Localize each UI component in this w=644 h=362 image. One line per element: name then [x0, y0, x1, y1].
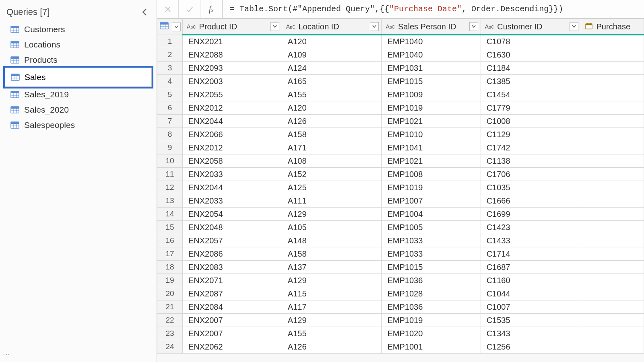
row-number[interactable]: 9: [157, 141, 183, 154]
row-number[interactable]: 19: [157, 274, 183, 287]
resize-handle-icon[interactable]: ···: [3, 351, 10, 357]
formula-input[interactable]: = Table.Sort(#"Appended Query",{{"Purcha…: [222, 0, 644, 18]
cell-product-id[interactable]: ENX2087: [183, 287, 282, 300]
cell-purchase-date[interactable]: [581, 154, 644, 168]
row-number[interactable]: 10: [157, 154, 183, 168]
table-row[interactable]: 19ENX2071A129EMP1036C1160: [157, 274, 644, 287]
cell-customer-id[interactable]: C1343: [481, 327, 581, 340]
cell-sales-person-id[interactable]: EMP1019: [382, 181, 481, 194]
cell-purchase-date[interactable]: [581, 35, 644, 48]
cell-customer-id[interactable]: C1078: [481, 35, 581, 48]
table-row[interactable]: 2ENX2088A109EMP1040C1630: [157, 48, 644, 62]
cell-purchase-date[interactable]: [581, 300, 644, 314]
cell-product-id[interactable]: ENX2033: [183, 168, 282, 181]
cell-product-id[interactable]: ENX2066: [183, 128, 282, 141]
table-row[interactable]: 9ENX2012A171EMP1041C1742: [157, 141, 644, 154]
cell-customer-id[interactable]: C1666: [481, 194, 581, 208]
cell-sales-person-id[interactable]: EMP1015: [382, 75, 481, 88]
cell-product-id[interactable]: ENX2033: [183, 194, 282, 208]
column-filter-button[interactable]: [469, 22, 478, 31]
table-row[interactable]: 14ENX2054A129EMP1004C1699: [157, 208, 644, 221]
cell-customer-id[interactable]: C1433: [481, 234, 581, 247]
column-header-sales-person-id[interactable]: ABC Sales Person ID: [382, 19, 481, 35]
row-number[interactable]: 24: [157, 340, 183, 354]
table-row[interactable]: 10ENX2058A108EMP1021C1138: [157, 154, 644, 168]
cell-customer-id[interactable]: C1035: [481, 181, 581, 194]
cell-customer-id[interactable]: C1129: [481, 128, 581, 141]
table-row[interactable]: 18ENX2083A137EMP1015C1687: [157, 261, 644, 274]
cell-location-id[interactable]: A129: [282, 314, 382, 327]
cell-purchase-date[interactable]: [581, 115, 644, 128]
column-filter-button[interactable]: [570, 22, 578, 31]
cell-customer-id[interactable]: C1184: [481, 62, 581, 75]
cell-customer-id[interactable]: C1454: [481, 88, 581, 101]
table-row[interactable]: 5ENX2055A155EMP1009C1454: [157, 88, 644, 101]
cell-product-id[interactable]: ENX2003: [183, 75, 282, 88]
query-item-editing[interactable]: [3, 66, 153, 88]
cell-product-id[interactable]: ENX2007: [183, 314, 282, 327]
table-row[interactable]: 22ENX2007A129EMP1019C1535: [157, 314, 644, 327]
row-number[interactable]: 1: [157, 35, 183, 48]
cell-location-id[interactable]: A129: [282, 274, 382, 287]
cell-sales-person-id[interactable]: EMP1033: [382, 234, 481, 247]
cell-purchase-date[interactable]: [581, 340, 644, 354]
table-row[interactable]: 3ENX2093A124EMP1031C1184: [157, 62, 644, 75]
cell-location-id[interactable]: A108: [282, 154, 382, 168]
cell-purchase-date[interactable]: [581, 287, 644, 300]
cell-location-id[interactable]: A105: [282, 221, 382, 234]
cell-sales-person-id[interactable]: EMP1001: [382, 340, 481, 354]
cell-customer-id[interactable]: C1138: [481, 154, 581, 168]
cell-customer-id[interactable]: C1699: [481, 208, 581, 221]
cell-purchase-date[interactable]: [581, 141, 644, 154]
table-row[interactable]: 7ENX2044A126EMP1021C1008: [157, 115, 644, 128]
cell-purchase-date[interactable]: [581, 168, 644, 181]
cell-product-id[interactable]: ENX2058: [183, 154, 282, 168]
cell-purchase-date[interactable]: [581, 75, 644, 88]
table-row[interactable]: 24ENX2062A126EMP1001C1256: [157, 340, 644, 354]
table-row[interactable]: 16ENX2057A148EMP1033C1433: [157, 234, 644, 247]
query-item[interactable]: Sales_2019: [3, 87, 153, 102]
cell-sales-person-id[interactable]: EMP1028: [382, 287, 481, 300]
cell-location-id[interactable]: A115: [282, 287, 382, 300]
cell-sales-person-id[interactable]: EMP1019: [382, 314, 481, 327]
cell-purchase-date[interactable]: [581, 194, 644, 208]
cell-product-id[interactable]: ENX2054: [183, 208, 282, 221]
cell-location-id[interactable]: A155: [282, 88, 382, 101]
query-item[interactable]: Customers: [3, 22, 153, 37]
cell-sales-person-id[interactable]: EMP1004: [382, 208, 481, 221]
cell-purchase-date[interactable]: [581, 274, 644, 287]
cell-sales-person-id[interactable]: EMP1041: [382, 141, 481, 154]
row-number[interactable]: 6: [157, 101, 183, 115]
row-number[interactable]: 11: [157, 168, 183, 181]
table-row[interactable]: 17ENX2086A158EMP1033C1714: [157, 247, 644, 261]
query-item[interactable]: Locations: [3, 37, 153, 52]
cell-purchase-date[interactable]: [581, 247, 644, 261]
cell-product-id[interactable]: ENX2055: [183, 88, 282, 101]
cell-sales-person-id[interactable]: EMP1036: [382, 300, 481, 314]
cell-location-id[interactable]: A120: [282, 101, 382, 115]
table-row[interactable]: 8ENX2066A158EMP1010C1129: [157, 128, 644, 141]
cell-product-id[interactable]: ENX2044: [183, 115, 282, 128]
row-number[interactable]: 16: [157, 234, 183, 247]
row-number[interactable]: 17: [157, 247, 183, 261]
cell-product-id[interactable]: ENX2062: [183, 340, 282, 354]
cell-sales-person-id[interactable]: EMP1005: [382, 221, 481, 234]
cell-product-id[interactable]: ENX2012: [183, 101, 282, 115]
cell-location-id[interactable]: A120: [282, 35, 382, 48]
cell-sales-person-id[interactable]: EMP1033: [382, 247, 481, 261]
cell-customer-id[interactable]: C1256: [481, 340, 581, 354]
column-header-location-id[interactable]: ABC Location ID: [282, 19, 382, 35]
table-row[interactable]: 23ENX2007A155EMP1020C1343: [157, 327, 644, 340]
cell-product-id[interactable]: ENX2083: [183, 261, 282, 274]
cell-purchase-date[interactable]: [581, 101, 644, 115]
cell-customer-id[interactable]: C1714: [481, 247, 581, 261]
collapse-sidebar-button[interactable]: [139, 6, 150, 18]
query-item[interactable]: Salespeoples: [3, 117, 153, 133]
cell-location-id[interactable]: A158: [282, 128, 382, 141]
cell-sales-person-id[interactable]: EMP1009: [382, 88, 481, 101]
cell-purchase-date[interactable]: [581, 221, 644, 234]
cell-sales-person-id[interactable]: EMP1021: [382, 154, 481, 168]
cell-location-id[interactable]: A117: [282, 300, 382, 314]
column-filter-button[interactable]: [270, 22, 279, 31]
column-header-product-id[interactable]: ABC Product ID: [183, 19, 282, 35]
